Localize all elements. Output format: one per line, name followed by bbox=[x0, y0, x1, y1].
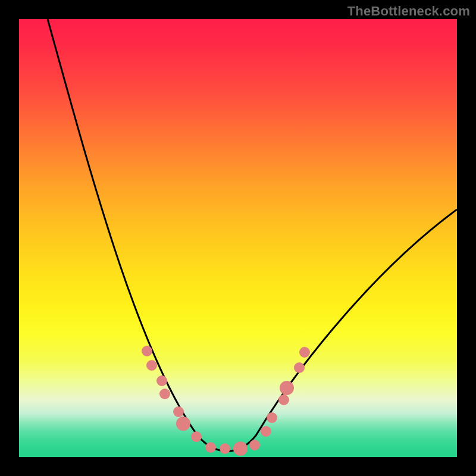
highlight-dot bbox=[159, 389, 170, 399]
highlight-dot bbox=[299, 347, 310, 358]
highlight-dot bbox=[280, 381, 294, 395]
highlight-dot bbox=[261, 426, 271, 437]
highlight-dot bbox=[220, 443, 230, 454]
highlight-dot bbox=[173, 406, 184, 417]
highlight-dots bbox=[142, 346, 310, 456]
chart-frame: TheBottleneck.com bbox=[0, 0, 476, 476]
highlight-dot bbox=[249, 440, 260, 450]
highlight-dot bbox=[176, 416, 190, 431]
highlight-dot bbox=[146, 360, 157, 371]
highlight-dot bbox=[191, 431, 202, 442]
highlight-dot bbox=[142, 346, 152, 356]
watermark-text: TheBottleneck.com bbox=[347, 4, 470, 19]
highlight-dot bbox=[205, 442, 216, 453]
highlight-dot bbox=[278, 394, 289, 405]
highlight-dot bbox=[156, 375, 167, 386]
curve-layer bbox=[19, 19, 457, 457]
highlight-dot bbox=[233, 441, 248, 456]
plot-area bbox=[19, 19, 457, 457]
highlight-dot bbox=[267, 412, 277, 423]
highlight-dot bbox=[294, 362, 305, 373]
bottleneck-curve bbox=[48, 19, 457, 451]
